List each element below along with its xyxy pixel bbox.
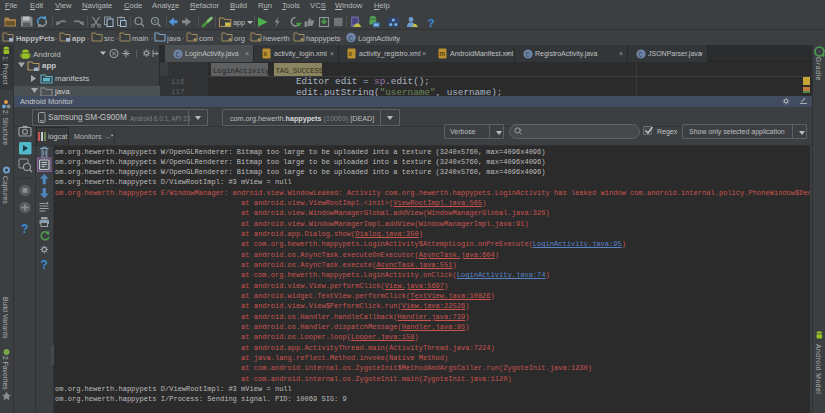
svg-text:C: C bbox=[176, 51, 180, 59]
svg-text:?: ? bbox=[428, 17, 435, 29]
svg-text:C: C bbox=[526, 51, 530, 59]
svg-text:m: m bbox=[439, 50, 445, 57]
svg-text:?: ? bbox=[41, 258, 48, 272]
svg-text:C: C bbox=[639, 51, 643, 59]
svg-text:x: x bbox=[264, 50, 268, 57]
svg-text:?: ? bbox=[21, 222, 28, 236]
svg-text:x: x bbox=[349, 50, 353, 57]
svg-text:Android: Android bbox=[33, 50, 61, 59]
svg-text:C: C bbox=[349, 35, 354, 43]
